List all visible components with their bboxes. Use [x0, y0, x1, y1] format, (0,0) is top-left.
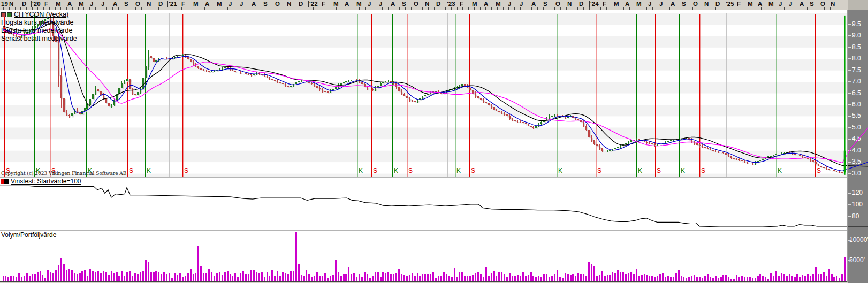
- axis-tick: [577, 7, 578, 10]
- time-axis: 19ND'20FMAMJJASOND'21FMAMJJASOND'22FMAMJ…: [0, 0, 848, 10]
- month-label: M: [472, 1, 477, 7]
- month-label: F: [322, 1, 325, 7]
- month-label: O: [693, 1, 698, 7]
- axis-tick: [779, 7, 779, 10]
- axis-tick: [158, 7, 159, 10]
- month-label: O: [555, 1, 560, 7]
- month-label: N: [147, 1, 151, 7]
- axis-tick: [359, 7, 360, 10]
- month-label: A: [205, 1, 209, 7]
- signal-line-buy: [86, 14, 87, 177]
- axis-tick: [750, 7, 750, 10]
- axis-tick: [508, 7, 509, 10]
- month-label: D: [22, 1, 26, 7]
- panel-separator-1[interactable]: [0, 177, 848, 178]
- axis-tick: [106, 7, 107, 10]
- volume-panel[interactable]: Volym/Portföljvärde: [0, 231, 847, 282]
- axis-tick: [9, 7, 10, 10]
- month-label: F: [737, 1, 741, 7]
- plot-axis-divider: [847, 10, 848, 282]
- signal-letter: S: [701, 167, 705, 174]
- signal-letter: K: [147, 167, 151, 174]
- axis-tick: [245, 7, 245, 10]
- axis-tick: [405, 7, 406, 10]
- axis-tick: [537, 7, 538, 10]
- axis-tick: [193, 7, 193, 10]
- month-label: 19: [1, 1, 8, 7]
- axis-tick: [83, 7, 84, 10]
- year-separator-tick: [167, 1, 168, 7]
- chart-title: CITYCON (Vecka): [14, 11, 68, 18]
- month-label: S: [124, 1, 128, 7]
- axis-tick: [583, 7, 584, 10]
- axis-tick: [434, 7, 435, 10]
- axis-tick: [669, 7, 670, 10]
- signal-line-sell: [127, 14, 128, 177]
- axis-tick: [474, 7, 475, 10]
- vinstest-swatch-black: [4, 179, 9, 184]
- signal-line-buy: [145, 14, 146, 177]
- axis-tick: [428, 7, 429, 10]
- month-label: D: [299, 1, 303, 7]
- axis-tick: [704, 7, 704, 10]
- axis-tick: [485, 7, 486, 10]
- axis-tick: [675, 7, 675, 10]
- year-separator-tick: [725, 1, 725, 7]
- month-label: M: [356, 1, 362, 7]
- axis-tick: [572, 7, 572, 10]
- signal-letter: S: [184, 167, 188, 174]
- axis-tick: [692, 7, 693, 10]
- axis-tick: [164, 7, 164, 10]
- signal-letter: S: [373, 167, 377, 174]
- year-separator-tick: [308, 1, 309, 7]
- axis-value-label: 5000': [849, 256, 865, 264]
- month-label: A: [758, 1, 762, 7]
- axis-tick: [43, 7, 44, 10]
- signal-line-sell: [699, 14, 700, 177]
- signal-line-sell: [655, 14, 656, 177]
- month-label: '22: [309, 1, 318, 7]
- axis-tick: [440, 7, 440, 10]
- month-label: F: [460, 1, 463, 7]
- axis-tick: [325, 7, 325, 10]
- volume-chart: [0, 231, 847, 282]
- axis-tick: [727, 7, 727, 10]
- axis-tick: [445, 7, 446, 10]
- ma-legend-low: Lägsta kurs medelvärde: [1, 27, 77, 35]
- signal-line-buy: [357, 14, 357, 177]
- vinstest-panel[interactable]: Vinstest: Startvärde=100: [0, 178, 847, 230]
- axis-tick: [796, 7, 796, 10]
- axis-tick: [268, 7, 268, 10]
- month-label: A: [484, 1, 488, 7]
- axis-tick: [715, 7, 716, 10]
- signal-letter: S: [597, 167, 601, 174]
- month-label: F: [603, 1, 606, 7]
- month-label: '24: [590, 1, 599, 7]
- price-panel[interactable]: SKSKSKSKSKSKSKSKSKSKS CITYCON (Vecka) Hö…: [0, 10, 847, 177]
- axis-tick: [658, 7, 658, 10]
- axis-tick: [78, 7, 79, 10]
- signal-letter: S: [129, 167, 133, 174]
- axis-tick: [55, 7, 56, 10]
- signal-line-buy: [455, 14, 455, 177]
- year-separator-tick: [446, 1, 446, 7]
- year-separator-tick: [31, 1, 32, 7]
- volume-bars: [3, 232, 846, 281]
- signal-letter: K: [638, 167, 642, 174]
- axis-corner: [848, 0, 868, 10]
- axis-tick: [204, 7, 205, 10]
- axis-tick: [371, 7, 371, 10]
- axis-tick: [451, 7, 452, 10]
- axis-tick: [135, 7, 136, 10]
- axis-tick: [112, 7, 113, 10]
- panel-separator-2[interactable]: [0, 230, 848, 231]
- axis-tick: [549, 7, 549, 10]
- signal-line-buy: [636, 14, 637, 177]
- axis-tick: [388, 7, 389, 10]
- month-label: N: [831, 1, 835, 7]
- axis-tick: [842, 7, 842, 10]
- month-label: '21: [169, 1, 177, 7]
- price-legend: CITYCON (Vecka) Högsta kurs medelvärde L…: [1, 11, 77, 43]
- signal-line-sell: [815, 14, 816, 177]
- vikingen-chart-window: 19ND'20FMAMJJASOND'21FMAMJJASOND'22FMAMJ…: [0, 0, 868, 283]
